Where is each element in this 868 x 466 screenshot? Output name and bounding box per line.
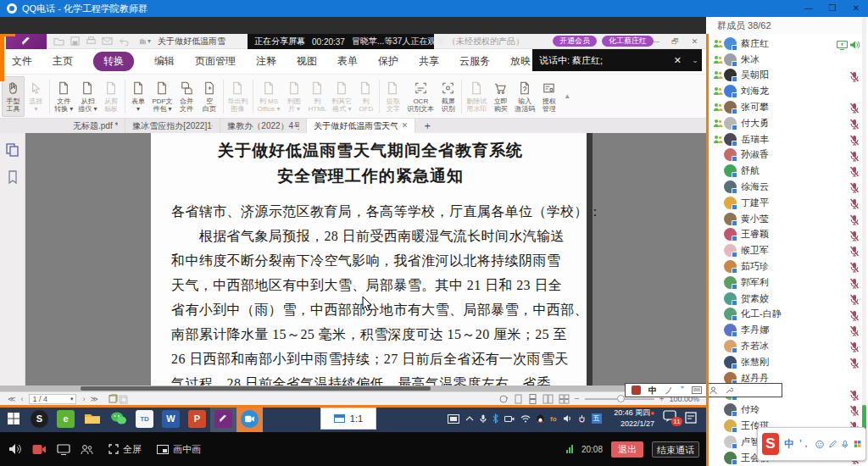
- member-row[interactable]: 王睿颖: [710, 227, 868, 243]
- menu-tab-编辑[interactable]: 编辑: [154, 54, 175, 69]
- menu-tab-转换[interactable]: 转换: [93, 52, 134, 71]
- member-row[interactable]: 蔡庄红: [710, 36, 868, 52]
- toolbar-button-手型工具[interactable]: 手型工具: [2, 76, 25, 117]
- menu-tab-表单[interactable]: 表单: [337, 54, 358, 69]
- doc-tab-2[interactable]: 豫教办（2022）4号关于...: [220, 119, 307, 133]
- speaker-icon[interactable]: [8, 443, 22, 455]
- book-view-icon[interactable]: [559, 394, 570, 404]
- first-page-icon[interactable]: ≪: [8, 395, 15, 403]
- toolbox-icon[interactable]: [854, 439, 861, 449]
- taskbar-app-powerpoint[interactable]: P: [184, 405, 210, 432]
- member-row[interactable]: 郭军利: [710, 275, 868, 291]
- taskbar-app-start[interactable]: [0, 405, 26, 432]
- wrench-icon[interactable]: [725, 386, 733, 395]
- member-row[interactable]: 丁建平: [710, 195, 868, 211]
- vip-button[interactable]: 开通会员: [553, 36, 597, 47]
- fullscreen-button[interactable]: 全屏: [108, 443, 142, 456]
- member-row[interactable]: 张可攀: [710, 99, 868, 115]
- member-row[interactable]: 刘海龙: [710, 83, 868, 99]
- toolbar-button-输入激活码[interactable]: 输入激活码: [512, 76, 537, 117]
- email-icon[interactable]: [102, 36, 113, 47]
- member-row[interactable]: 茹巧珍: [710, 258, 868, 275]
- taskbar-app-word[interactable]: W: [158, 405, 184, 432]
- sogou-mode-label[interactable]: 中: [784, 437, 794, 452]
- member-row[interactable]: 付大勇: [710, 115, 868, 131]
- member-row[interactable]: 徐海云: [710, 179, 868, 195]
- toolbar-button-空白页[interactable]: 空白页: [198, 76, 221, 117]
- pdf-minimize-icon[interactable]: —: [646, 34, 665, 49]
- new-tab-button[interactable]: ＋: [415, 119, 439, 133]
- doc-tab-1[interactable]: 豫冰雪应指办[2022]1号....: [125, 119, 220, 133]
- member-row[interactable]: 付玲: [710, 402, 868, 418]
- toolbar-button-表单[interactable]: 表单▾: [127, 76, 150, 117]
- menu-tab-保护[interactable]: 保护: [378, 54, 398, 69]
- save-icon[interactable]: [70, 36, 81, 47]
- menu-tab-云服务[interactable]: 云服务: [459, 54, 490, 69]
- toolbar-collapse-icon[interactable]: ▲: [564, 92, 570, 100]
- single-page-view-icon[interactable]: [514, 394, 523, 404]
- page-number-input[interactable]: 1 / 4▾: [29, 394, 76, 404]
- undo-icon[interactable]: [118, 36, 129, 47]
- taskbar-app-tencent-docs[interactable]: TD: [131, 405, 158, 432]
- member-row[interactable]: 朱冰: [710, 52, 868, 68]
- camera-off-icon[interactable]: [32, 444, 47, 455]
- share-viewers[interactable]: 冒晓苹...等37人正在观看: [352, 36, 444, 47]
- zoom-slider[interactable]: [585, 398, 654, 400]
- toolbar-button-文件转换[interactable]: 文件转换 ▾: [52, 76, 75, 117]
- member-row[interactable]: 吴朝阳: [710, 68, 868, 84]
- continuous-view-icon[interactable]: [528, 394, 537, 404]
- menu-tab-视图[interactable]: 视图: [297, 54, 317, 69]
- clipboard-icon[interactable]: [118, 394, 128, 404]
- zoom-out-icon[interactable]: −: [575, 394, 580, 403]
- menu-tab-放映[interactable]: 放映: [510, 54, 531, 69]
- pip-button[interactable]: 画中画: [157, 443, 201, 456]
- member-scrollbar[interactable]: [862, 17, 866, 447]
- maximize-icon[interactable]: ❐: [821, 0, 844, 17]
- pdf-close-icon[interactable]: ✕: [685, 34, 704, 49]
- rotate-view-icon[interactable]: [498, 394, 509, 404]
- ime-mode-label[interactable]: 中: [648, 385, 657, 397]
- member-row[interactable]: 李丹娜: [710, 322, 868, 338]
- facing-view-icon[interactable]: [542, 394, 554, 404]
- menu-tab-文件[interactable]: 文件: [12, 54, 32, 69]
- member-row[interactable]: 张慧刚: [710, 354, 868, 370]
- member-row[interactable]: 孙淑香: [710, 147, 868, 164]
- taskbar-app-pdf-editor[interactable]: [210, 405, 236, 432]
- toolbar-button-PDF文件包[interactable]: PDF文件包 ▾: [150, 76, 175, 117]
- members-icon[interactable]: [81, 444, 93, 455]
- tab-close-icon[interactable]: ✕: [402, 119, 409, 133]
- ime-fullwidth-icon[interactable]: ノ: [665, 385, 673, 397]
- member-row[interactable]: 贺素姣: [710, 291, 868, 307]
- toast-close-icon[interactable]: ✕: [674, 55, 682, 66]
- toolbar-button-截屏识别[interactable]: 截屏识别: [437, 76, 459, 117]
- toast-collapse-icon[interactable]: ⌄: [688, 49, 702, 71]
- exit-button[interactable]: 退出: [611, 441, 643, 458]
- toolbar-button-从扫描仪[interactable]: 从扫描仪 ▾: [75, 76, 99, 117]
- taskbar-app-qq-call[interactable]: [236, 405, 263, 432]
- pencil-icon[interactable]: [829, 439, 837, 449]
- ime-logo-icon[interactable]: [632, 386, 641, 395]
- taskbar-app-browser-360[interactable]: e: [53, 405, 79, 432]
- bookmarks-icon[interactable]: [7, 170, 19, 184]
- print-icon[interactable]: [86, 36, 97, 47]
- member-row[interactable]: 舒航: [710, 163, 868, 179]
- menu-tab-注释[interactable]: 注释: [256, 54, 276, 69]
- horizontal-scrollbar[interactable]: [0, 386, 706, 391]
- ime-punct-icon[interactable]: ”: [681, 386, 683, 395]
- menu-tab-主页[interactable]: 主页: [53, 54, 73, 69]
- open-icon[interactable]: [53, 36, 64, 47]
- account-icon[interactable]: [709, 386, 717, 395]
- hand-tool-mini[interactable]: ▾: [137, 36, 151, 46]
- zoom-slider-handle[interactable]: [617, 395, 625, 402]
- menu-tab-共享[interactable]: 共享: [419, 54, 439, 69]
- member-row[interactable]: 齐若冰: [710, 338, 868, 354]
- scrollbar-thumb[interactable]: [81, 386, 431, 391]
- prev-page-icon[interactable]: ‹: [20, 395, 23, 403]
- sogou-punct-icon[interactable]: ’，: [799, 438, 810, 450]
- taskbar-app-sogou[interactable]: S: [26, 405, 53, 432]
- menu-tab-页面管理[interactable]: 页面管理: [195, 54, 236, 69]
- voice-mic-icon[interactable]: [842, 439, 849, 450]
- screen-share-icon[interactable]: [57, 444, 70, 455]
- member-row[interactable]: 缑卫军: [710, 242, 868, 258]
- toolbar-button-立即购买[interactable]: 立即购买: [489, 76, 512, 117]
